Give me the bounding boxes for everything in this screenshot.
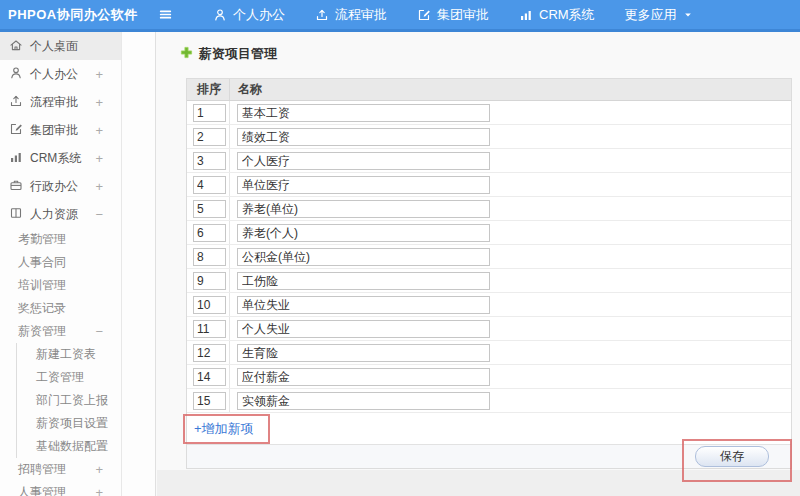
sidebar-item-label: 新建工资表 [36, 346, 96, 363]
book-icon [9, 206, 23, 223]
sidebar-item-personal-desktop[interactable]: 个人桌面 [0, 32, 121, 60]
sidebar-item-label: 人事合同 [18, 254, 66, 271]
name-input[interactable] [237, 152, 490, 170]
sidebar-item-label: 个人办公 [30, 66, 78, 83]
name-input[interactable] [237, 176, 490, 194]
order-input[interactable] [193, 296, 226, 314]
add-new-item-link[interactable]: +增加新项 [194, 420, 254, 438]
order-input[interactable] [193, 152, 226, 170]
order-cell [187, 125, 230, 148]
order-input[interactable] [193, 224, 226, 242]
sidebar-item-label: 流程审批 [30, 94, 78, 111]
table-row [187, 173, 791, 197]
sidebar-item-base-data-config[interactable]: 基础数据配置 [17, 435, 121, 458]
expand-indicator[interactable]: + [95, 151, 103, 166]
sidebar-item-personnel-management[interactable]: 人事管理 + [0, 481, 121, 496]
name-cell [230, 271, 791, 291]
nav-personal-office[interactable]: 个人办公 [198, 0, 300, 29]
name-input[interactable] [237, 392, 490, 410]
sidebar-item-label: 工资管理 [36, 369, 84, 386]
name-input[interactable] [237, 320, 490, 338]
name-cell [230, 247, 791, 267]
add-item-row: +增加新项 [187, 413, 791, 444]
table-row [187, 317, 791, 341]
hamburger-menu-icon[interactable] [158, 7, 180, 22]
sidebar-item-new-payroll[interactable]: 新建工资表 [17, 343, 121, 366]
name-input[interactable] [237, 272, 490, 290]
nav-label: 集团审批 [437, 6, 489, 24]
sidebar-item-salary-item-settings[interactable]: 薪资项目设置 [17, 412, 121, 435]
sidebar-item-reward-records[interactable]: 奖惩记录 [0, 297, 121, 320]
home-icon [9, 38, 23, 55]
sidebar-item-personal-office[interactable]: 个人办公 + [0, 60, 121, 88]
sidebar-item-department-payroll-report[interactable]: 部门工资上报 [17, 389, 121, 412]
sidebar-item-label: 基础数据配置 [36, 438, 108, 455]
sidebar-item-admin-office[interactable]: 行政办公 + [0, 172, 121, 200]
sidebar-item-human-resources[interactable]: 人力资源 − [0, 200, 121, 228]
order-input[interactable] [193, 344, 226, 362]
name-input[interactable] [237, 344, 490, 362]
sidebar-item-label: 薪资管理 [18, 323, 66, 340]
expand-indicator[interactable]: + [95, 462, 103, 477]
sidebar-item-label: 培训管理 [18, 277, 66, 294]
name-cell [230, 127, 791, 147]
order-input[interactable] [193, 176, 226, 194]
sidebar-item-workflow-approval[interactable]: 流程审批 + [0, 88, 121, 116]
order-input[interactable] [193, 104, 226, 122]
sidebar-item-payroll-management[interactable]: 工资管理 [17, 366, 121, 389]
order-input[interactable] [193, 320, 226, 338]
expand-indicator[interactable]: + [95, 123, 103, 138]
order-input[interactable] [193, 128, 226, 146]
person-icon [9, 66, 23, 83]
order-cell [187, 101, 230, 124]
name-input[interactable] [237, 224, 490, 242]
table-header: 排序 名称 [187, 79, 791, 101]
sidebar-item-label: 个人桌面 [30, 38, 78, 55]
order-input[interactable] [193, 272, 226, 290]
nav-label: CRM系统 [539, 6, 595, 24]
name-input[interactable] [237, 200, 490, 218]
table-row [187, 197, 791, 221]
expand-indicator[interactable]: − [95, 207, 103, 222]
edit-icon [9, 122, 23, 139]
expand-indicator[interactable]: + [95, 485, 103, 496]
name-input[interactable] [237, 104, 490, 122]
name-cell [230, 223, 791, 243]
sidebar-item-recruitment-management[interactable]: 招聘管理 + [0, 458, 121, 481]
table-row [187, 269, 791, 293]
sidebar-item-salary-management[interactable]: 薪资管理 − [0, 320, 121, 343]
name-input[interactable] [237, 296, 490, 314]
expand-indicator[interactable]: + [95, 95, 103, 110]
topbar: PHPOA协同办公软件 个人办公 流程审批 集团审批 CRM系统 更多应用 [0, 0, 800, 32]
sidebar-item-group-approval[interactable]: 集团审批 + [0, 116, 121, 144]
save-button[interactable]: 保存 [695, 446, 769, 467]
sidebar-item-attendance-management[interactable]: 考勤管理 [0, 228, 121, 251]
order-input[interactable] [193, 248, 226, 266]
nav-more-apps[interactable]: 更多应用 [610, 0, 708, 29]
expand-indicator[interactable]: − [95, 324, 103, 339]
nav-crm-system[interactable]: CRM系统 [504, 0, 610, 29]
sidebar-item-training-management[interactable]: 培训管理 [0, 274, 121, 297]
nav-group-approval[interactable]: 集团审批 [402, 0, 504, 29]
green-plus-icon [180, 46, 193, 62]
order-cell [187, 149, 230, 172]
sidebar-item-label: 部门工资上报 [36, 392, 108, 409]
name-cell [230, 319, 791, 339]
sidebar-item-crm-system[interactable]: CRM系统 + [0, 144, 121, 172]
name-input[interactable] [237, 248, 490, 266]
order-cell [187, 317, 230, 340]
order-input[interactable] [193, 368, 226, 386]
salary-submenu: 新建工资表 工资管理 部门工资上报 薪资项目设置 基础数据配置 [16, 343, 121, 458]
order-input[interactable] [193, 392, 226, 410]
order-input[interactable] [193, 200, 226, 218]
column-header-order: 排序 [187, 79, 230, 100]
order-cell [187, 245, 230, 268]
sidebar-item-label: 集团审批 [30, 122, 78, 139]
table-row [187, 245, 791, 269]
name-input[interactable] [237, 128, 490, 146]
sidebar-item-hr-contract[interactable]: 人事合同 [0, 251, 121, 274]
nav-workflow-approval[interactable]: 流程审批 [300, 0, 402, 29]
name-input[interactable] [237, 368, 490, 386]
expand-indicator[interactable]: + [95, 179, 103, 194]
expand-indicator[interactable]: + [95, 67, 103, 82]
